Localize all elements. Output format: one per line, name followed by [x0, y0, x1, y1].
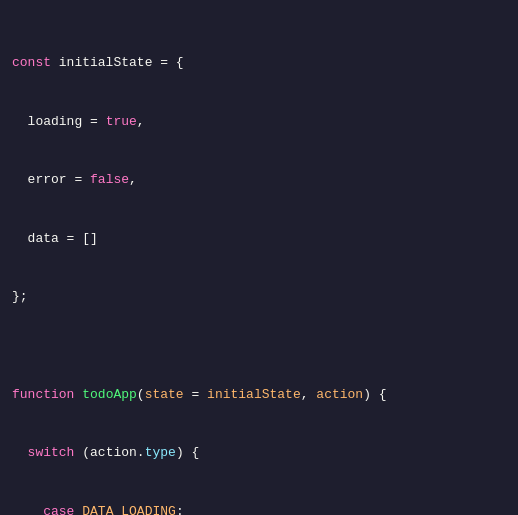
line-5: }; — [10, 287, 508, 307]
line-8: switch (action.type) { — [10, 443, 508, 463]
line-2: loading = true, — [10, 112, 508, 132]
code-editor: const initialState = { loading = true, e… — [0, 10, 518, 515]
line-7: function todoApp(state = initialState, a… — [10, 385, 508, 405]
line-1: const initialState = { — [10, 53, 508, 73]
line-3: error = false, — [10, 170, 508, 190]
line-9: case DATA_LOADING: — [10, 502, 508, 516]
line-4: data = [] — [10, 229, 508, 249]
